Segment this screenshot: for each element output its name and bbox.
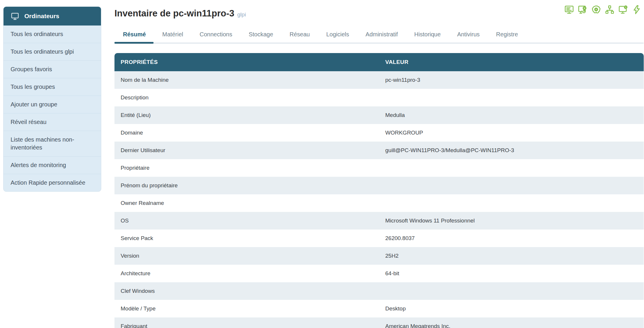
sidebar: Ordinateurs Tous les ordinateursTous les… <box>3 6 101 192</box>
value-cell: 26200.8037 <box>379 230 644 247</box>
property-cell: Fabriquant <box>114 317 379 328</box>
tab-antivirus[interactable]: Antivirus <box>457 27 480 44</box>
property-cell: Version <box>114 247 379 265</box>
table-row: Clef Windows <box>114 282 644 300</box>
monitor-icon <box>11 12 19 21</box>
table-row: Owner Realname <box>114 194 644 212</box>
table-row: Modèle / Type Desktop <box>114 300 644 317</box>
column-header-properties: PROPRIÉTÉS <box>114 53 379 71</box>
property-cell: Service Pack <box>114 230 379 247</box>
sidebar-item-groupes-favoris[interactable]: Groupes favoris <box>4 60 101 78</box>
sidebar-item-tous-les-groupes[interactable]: Tous les groupes <box>4 78 101 96</box>
property-cell: Clef Windows <box>114 282 379 300</box>
tab-materiel[interactable]: Matériel <box>162 27 183 44</box>
table-row: Version 25H2 <box>114 247 644 265</box>
tab-registre[interactable]: Registre <box>496 27 518 44</box>
value-cell <box>379 282 644 300</box>
value-cell: guill@PC-WIN11PRO-3/Medulla@PC-WIN11PRO-… <box>379 142 644 159</box>
property-cell: Nom de la Machine <box>114 71 379 89</box>
sidebar-item-tous-les-ordinateurs[interactable]: Tous les ordinateurs <box>4 26 101 43</box>
property-cell: Domaine <box>114 124 379 142</box>
table-row: Architecture 64-bit <box>114 265 644 282</box>
table-row: Propriétaire <box>114 159 644 177</box>
tab-stockage[interactable]: Stockage <box>249 27 273 44</box>
tab-historique[interactable]: Historique <box>414 27 441 44</box>
sidebar-item-ajouter-un-groupe[interactable]: Ajouter un groupe <box>4 96 101 113</box>
table-row: Entité (Lieu) Medulla <box>114 106 644 124</box>
property-cell: Prénom du propriétaire <box>114 177 379 194</box>
table-row: Dernier Utilisateur guill@PC-WIN11PRO-3/… <box>114 142 644 159</box>
value-cell: WORKGROUP <box>379 124 644 142</box>
table-row: OS Microsoft Windows 11 Professionnel <box>114 212 644 230</box>
value-cell: 64-bit <box>379 265 644 282</box>
value-cell: Desktop <box>379 300 644 317</box>
value-cell: pc-win11pro-3 <box>379 71 644 89</box>
value-cell: American Megatrends Inc. <box>379 317 644 328</box>
table-row: Domaine WORKGROUP <box>114 124 644 142</box>
tab-logiciels[interactable]: Logiciels <box>326 27 349 44</box>
sidebar-item-reveil-reseau[interactable]: Réveil réseau <box>4 113 101 131</box>
table-row: Prénom du propriétaire <box>114 177 644 194</box>
property-cell: Modèle / Type <box>114 300 379 317</box>
value-cell <box>379 89 644 106</box>
sidebar-item-tous-les-ordinateurs-glpi[interactable]: Tous les ordinateurs glpi <box>4 43 101 60</box>
tab-reseau[interactable]: Réseau <box>290 27 310 44</box>
table-row: Fabriquant American Megatrends Inc. <box>114 317 644 328</box>
page-title-text: Inventaire de pc-win11pro-3 <box>114 8 234 18</box>
main-content: Inventaire de pc-win11pro-3glpi RésuméMa… <box>114 0 644 328</box>
property-cell: Entité (Lieu) <box>114 106 379 124</box>
property-cell: Owner Realname <box>114 194 379 212</box>
sidebar-header-label: Ordinateurs <box>24 13 59 20</box>
tab-connections[interactable]: Connections <box>200 27 232 44</box>
property-cell: Dernier Utilisateur <box>114 142 379 159</box>
property-cell: Architecture <box>114 265 379 282</box>
table-row: Nom de la Machine pc-win11pro-3 <box>114 71 644 89</box>
sidebar-item-machines-non-inventoriees[interactable]: Liste des machines non-inventoriées <box>4 131 101 156</box>
tab-administratif[interactable]: Administratif <box>365 27 398 44</box>
page-title-source-badge: glpi <box>237 11 246 18</box>
sidebar-item-alertes-monitoring[interactable]: Alertes de monitoring <box>4 156 101 174</box>
value-cell <box>379 177 644 194</box>
tab-resume[interactable]: Résumé <box>123 27 146 44</box>
value-cell: 25H2 <box>379 247 644 265</box>
value-cell <box>379 194 644 212</box>
table-row: Service Pack 26200.8037 <box>114 230 644 247</box>
value-cell <box>379 159 644 177</box>
properties-table: PROPRIÉTÉS VALEUR Nom de la Machine pc-w… <box>114 53 644 328</box>
table-row: Description <box>114 89 644 106</box>
sidebar-item-action-rapide[interactable]: Action Rapide personnalisée <box>4 174 101 191</box>
tab-bar: RésuméMatérielConnectionsStockageRéseauL… <box>114 27 644 44</box>
value-cell: Microsoft Windows 11 Professionnel <box>379 212 644 230</box>
property-cell: OS <box>114 212 379 230</box>
sidebar-header: Ordinateurs <box>4 7 101 26</box>
property-cell: Propriétaire <box>114 159 379 177</box>
column-header-value: VALEUR <box>379 53 644 71</box>
value-cell: Medulla <box>379 106 644 124</box>
page-title: Inventaire de pc-win11pro-3glpi <box>114 8 644 20</box>
property-cell: Description <box>114 89 379 106</box>
